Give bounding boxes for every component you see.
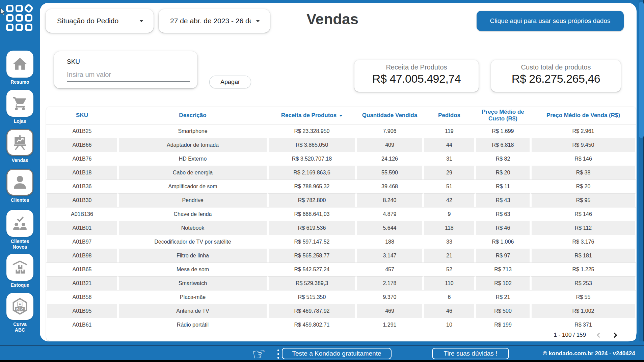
pagination: 1 - 100 / 159 (554, 331, 616, 339)
questions-button[interactable]: Tire suas dúvidas ! (432, 348, 509, 359)
cell-preco-custo: R$ 713 (475, 262, 531, 276)
app-logo-icon[interactable] (6, 5, 34, 31)
cell-quantidade: 2.178 (356, 276, 423, 290)
cell-receita: R$ 3.520.707,18 (268, 152, 356, 166)
next-page-icon[interactable] (612, 332, 617, 338)
cell-preco-custo: R$ 21 (475, 290, 531, 304)
column-header-receita[interactable]: Receita de Produtos (268, 107, 356, 124)
sidebar-item-estoque[interactable]: Estoque (0, 254, 40, 288)
cell-quantidade: 1.291 (356, 318, 423, 332)
cell-preco-venda: R$ 20 (531, 179, 636, 193)
use-own-data-button[interactable]: Clique aqui para usar seus próprios dado… (477, 11, 624, 31)
table-row: A01B98 Filtro de linha R$ 565.258,77 3.1… (46, 249, 636, 262)
cell-receita: R$ 542.527,24 (268, 262, 356, 276)
order-status-dropdown-value: Situação do Pedido (57, 17, 118, 25)
cell-quantidade: 24.126 (356, 152, 423, 166)
clear-filter-button[interactable]: Apagar (209, 76, 251, 88)
sales-chart-icon (6, 129, 33, 156)
shopping-cart-icon (6, 90, 33, 117)
table-row: A01B36 Amplificador de som R$ 788.965,32… (46, 179, 636, 193)
column-header-quantidade[interactable]: Quantidade Vendida (356, 107, 423, 124)
cell-receita: R$ 515.350 (268, 290, 356, 304)
sidebar: Resumo Lojas Vendas Clientes (0, 0, 40, 362)
chevron-down-icon (256, 20, 260, 22)
sku-filter-card: SKU (54, 51, 197, 88)
cell-pedidos: 6 (423, 290, 475, 304)
sidebar-item-resumo[interactable]: Resumo (0, 51, 40, 85)
cell-quantidade: 188 (356, 235, 423, 249)
cell-sku: A01B61 (46, 318, 118, 332)
person-icon (6, 169, 33, 196)
sidebar-item-curva-abc[interactable]: A B C Curva ABC (0, 293, 40, 333)
cell-preco-venda: R$ 253 (531, 276, 636, 290)
cell-descricao: Chave de fenda (118, 207, 268, 221)
sku-input[interactable] (67, 70, 190, 82)
click-sparks-icon (277, 350, 279, 359)
cell-preco-venda: R$ 146 (531, 207, 636, 221)
cell-receita: R$ 565.258,77 (268, 249, 356, 262)
cell-preco-venda: R$ 2.961 (531, 124, 636, 138)
cell-quantidade: 8.240 (356, 193, 423, 207)
page-title: Vendas (270, 11, 395, 28)
table-row: A01B30 Pendrive R$ 782.800 8.240 42 R$ 4… (46, 193, 636, 207)
cell-sku: A01B136 (46, 207, 118, 221)
cell-preco-venda: R$ 55 (531, 290, 636, 304)
column-header-preco-venda[interactable]: Preço Médio de Venda (R$) (531, 107, 636, 124)
kpi-value: R$ 26.275.265,46 (491, 72, 621, 85)
cell-sku: A01B58 (46, 290, 118, 304)
new-customers-icon (6, 210, 33, 237)
products-table-card: SKU Descrição Receita de Produtos Quanti… (46, 107, 636, 341)
sidebar-item-clientes[interactable]: Clientes (0, 169, 40, 203)
sidebar-item-vendas[interactable]: Vendas (0, 129, 40, 163)
cell-quantidade: 5.644 (356, 221, 423, 235)
cell-preco-custo: R$ 97 (475, 249, 531, 262)
try-kondado-button[interactable]: Teste a Kondado gratuitamente (282, 348, 392, 359)
kpi-card-receita: Receita de Produtos R$ 47.005.492,74 (354, 60, 479, 92)
cell-receita: R$ 668.641,03 (268, 207, 356, 221)
cell-descricao: Rádio portátil (118, 318, 268, 332)
kpi-label: Custo total de produtos (491, 63, 621, 71)
cell-descricao: HD Externo (118, 152, 268, 166)
order-status-dropdown[interactable]: Situação do Pedido (46, 9, 154, 33)
cell-pedidos: 10 (423, 318, 475, 332)
sort-desc-icon (339, 115, 343, 117)
cell-preco-venda: R$ 38 (531, 166, 636, 179)
sidebar-item-label: Resumo (4, 79, 35, 85)
sidebar-item-label: Clientes (4, 197, 35, 203)
cell-descricao: Smartwatch (118, 276, 268, 290)
date-range-dropdown[interactable]: 27 de abr. de 2023 - 26 de (159, 9, 270, 33)
table-row: A01B76 HD Externo R$ 3.520.707,18 24.126… (46, 152, 636, 166)
cell-sku: A01B66 (46, 138, 118, 152)
kpi-card-custo: Custo total de produtos R$ 26.275.265,46 (491, 60, 621, 92)
sidebar-item-lojas[interactable]: Lojas (0, 90, 40, 124)
cell-preco-venda: R$ 146 (531, 152, 636, 166)
cell-sku: A01B97 (46, 235, 118, 249)
column-header-sku[interactable]: SKU (46, 107, 118, 124)
table-row: A01B18 Cabo de energia R$ 2.169.863,6 55… (46, 166, 636, 179)
cell-pedidos: 46 (423, 304, 475, 318)
cell-pedidos: 118 (423, 221, 475, 235)
cell-receita: R$ 2.169.863,6 (268, 166, 356, 179)
copyright-text: © kondado.com.br 2024 - v240424 (540, 350, 638, 357)
cell-receita: R$ 619.536 (268, 221, 356, 235)
column-header-pedidos[interactable]: Pedidos (423, 107, 475, 124)
cell-sku: A01B25 (46, 124, 118, 138)
table-row: A01B66 Adaptador de tomada R$ 3.865.050 … (46, 138, 636, 152)
column-header-preco-custo[interactable]: Preço Médio de Custo (R$) (475, 107, 531, 124)
page-scrollbar-thumb[interactable] (639, 2, 644, 138)
previous-page-icon[interactable] (597, 332, 602, 338)
sidebar-item-clientes-novos[interactable]: Clientes Novos (0, 210, 40, 250)
cell-receita: R$ 459.802,71 (268, 318, 356, 332)
window-bottom-edge (0, 360, 644, 362)
cell-preco-venda: R$ 112 (531, 221, 636, 235)
cell-sku: A01B30 (46, 193, 118, 207)
cell-preco-custo: R$ 1.006 (475, 235, 531, 249)
cell-receita: R$ 469.787,92 (268, 304, 356, 318)
table-row: A01B97 Decodificador de TV por satélite … (46, 235, 636, 249)
svg-text:B: B (16, 307, 19, 311)
cell-quantidade: 55.590 (356, 166, 423, 179)
cell-preco-venda: R$ 3.176 (531, 235, 636, 249)
column-header-descricao[interactable]: Descrição (118, 107, 268, 124)
cell-pedidos: 29 (423, 166, 475, 179)
cell-descricao: Decodificador de TV por satélite (118, 235, 268, 249)
